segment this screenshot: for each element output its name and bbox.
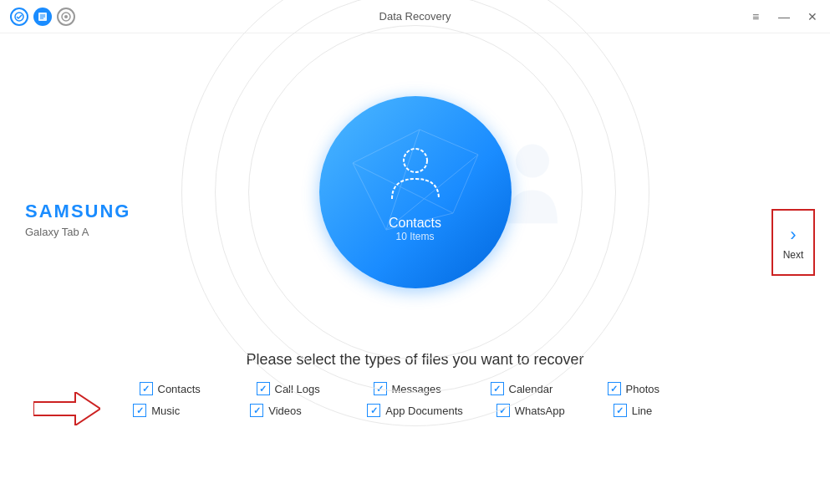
checkmark-icon: ✓	[259, 384, 267, 395]
checkmark-icon: ✓	[610, 384, 618, 395]
close-button[interactable]: ✕	[805, 10, 820, 23]
main-content: SAMSUNG Galaxy Tab A	[0, 33, 830, 504]
checkbox-item-music[interactable]: ✓Music	[133, 404, 216, 417]
checkmark-icon: ✓	[253, 405, 261, 416]
device-model: Galaxy Tab A	[25, 226, 130, 238]
checkbox-label: WhatsApp	[515, 405, 565, 417]
checkbox-item-contacts[interactable]: ✓Contacts	[140, 382, 223, 395]
checkbox-label: Photos	[626, 383, 659, 395]
checkbox-label: Line	[632, 405, 653, 417]
checkbox-item-line[interactable]: ✓Line	[614, 404, 697, 417]
app-icon-2[interactable]	[33, 8, 52, 26]
svg-line-9	[353, 163, 386, 230]
checkbox-box[interactable]: ✓	[614, 404, 627, 417]
circle-visualization: Contacts 10 Items	[240, 50, 591, 334]
svg-point-3	[64, 15, 68, 18]
svg-line-7	[453, 155, 478, 213]
checkbox-box[interactable]: ✓	[140, 382, 153, 395]
checkmark-icon: ✓	[616, 405, 624, 416]
arrow-indicator	[33, 392, 100, 429]
next-label: Next	[783, 249, 804, 261]
next-arrow-icon: ›	[790, 224, 796, 246]
checkbox-box[interactable]: ✓	[250, 404, 263, 417]
menu-button[interactable]: ≡	[748, 10, 763, 23]
titlebar-icons	[10, 8, 75, 26]
app-icon-1[interactable]	[10, 8, 28, 26]
minimize-button[interactable]: —	[777, 10, 792, 23]
svg-point-4	[516, 145, 549, 178]
checkmark-icon: ✓	[142, 384, 150, 395]
svg-line-5	[353, 130, 420, 163]
checkbox-label: Contacts	[158, 383, 201, 395]
checkbox-box[interactable]: ✓	[257, 382, 270, 395]
checkbox-item-photos[interactable]: ✓Photos	[608, 382, 691, 395]
checkbox-box[interactable]: ✓	[608, 382, 621, 395]
device-brand: SAMSUNG	[25, 201, 130, 222]
svg-marker-14	[33, 392, 100, 425]
svg-line-10	[386, 130, 420, 230]
checkmark-icon: ✓	[136, 405, 144, 416]
next-button[interactable]: › Next	[771, 209, 815, 276]
svg-line-11	[353, 163, 453, 213]
window-controls: ≡ — ✕	[748, 10, 820, 23]
app-icon-3[interactable]	[57, 8, 75, 26]
svg-line-6	[420, 130, 478, 155]
device-info: SAMSUNG Galaxy Tab A	[25, 201, 130, 238]
checkbox-box[interactable]: ✓	[133, 404, 146, 417]
checkbox-label: Videos	[268, 405, 302, 417]
checkbox-label: Music	[151, 405, 180, 417]
center-circle: Contacts 10 Items	[319, 96, 512, 288]
